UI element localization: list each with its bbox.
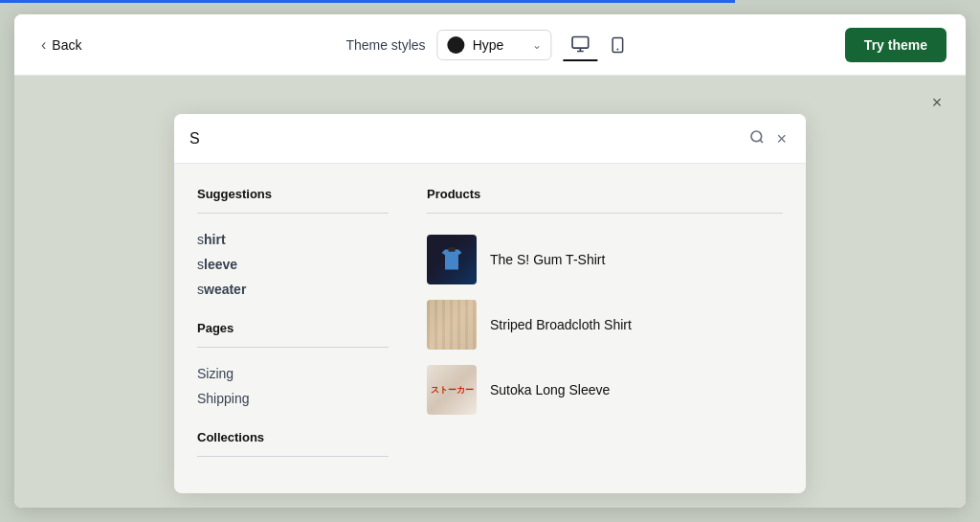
pages-divider bbox=[197, 347, 389, 348]
collections-divider bbox=[197, 456, 389, 457]
content-area: × × Suggestions bbox=[14, 76, 966, 508]
svg-rect-7 bbox=[449, 247, 456, 252]
search-row: × bbox=[174, 114, 806, 164]
back-label: Back bbox=[52, 37, 81, 53]
theme-name: Hype bbox=[473, 37, 504, 53]
desktop-icon bbox=[571, 34, 590, 54]
right-column: Products The S! Gum T-Shirt bbox=[427, 187, 783, 470]
results-area: Suggestions shirt sleeve sweater Pages bbox=[174, 164, 806, 493]
suggestion-sweater-bold: weater bbox=[204, 282, 246, 297]
product-2-stripes bbox=[427, 300, 477, 350]
back-icon: ‹ bbox=[41, 36, 46, 54]
try-theme-button[interactable]: Try theme bbox=[845, 28, 947, 62]
product-item[interactable]: Striped Broadcloth Shirt bbox=[427, 292, 783, 357]
left-column: Suggestions shirt sleeve sweater Pages bbox=[197, 187, 389, 470]
collections-section: Collections bbox=[197, 430, 389, 457]
back-button[interactable]: ‹ Back bbox=[33, 31, 89, 59]
desktop-view-button[interactable] bbox=[564, 29, 598, 61]
page-sizing[interactable]: Sizing bbox=[197, 361, 389, 386]
suggestion-sleeve-bold: leeve bbox=[204, 257, 237, 272]
search-input[interactable] bbox=[189, 130, 746, 148]
products-divider bbox=[427, 213, 783, 214]
suggestions-divider bbox=[197, 213, 389, 214]
pages-title: Pages bbox=[197, 321, 389, 335]
main-window: ‹ Back Theme styles Hype ⌄ bbox=[14, 14, 966, 508]
mobile-icon bbox=[610, 35, 627, 55]
clear-button[interactable]: × bbox=[768, 126, 791, 151]
close-button[interactable]: × bbox=[924, 89, 950, 116]
suggestion-sweater-prefix: s bbox=[197, 282, 204, 297]
product-item[interactable]: The S! Gum T-Shirt bbox=[427, 227, 783, 292]
suggestion-shirt-prefix: s bbox=[197, 232, 204, 247]
theme-dropdown[interactable]: Hype ⌄ bbox=[437, 30, 552, 60]
product-3-name: Sutoka Long Sleeve bbox=[490, 382, 610, 397]
products-title: Products bbox=[427, 187, 783, 201]
product-item[interactable]: ストーカー Sutoka Long Sleeve bbox=[427, 357, 783, 422]
toolbar-center: Theme styles Hype ⌄ bbox=[345, 29, 634, 61]
product-thumb-3: ストーカー bbox=[427, 365, 477, 415]
search-panel: × Suggestions shirt sleeve sweater bbox=[174, 114, 806, 493]
svg-rect-0 bbox=[572, 36, 589, 48]
collections-title: Collections bbox=[197, 430, 389, 444]
svg-line-6 bbox=[761, 140, 764, 143]
progress-bar bbox=[0, 0, 735, 3]
toolbar: ‹ Back Theme styles Hype ⌄ bbox=[14, 14, 966, 76]
product-1-name: The S! Gum T-Shirt bbox=[490, 252, 605, 267]
close-icon: × bbox=[932, 93, 943, 113]
search-button[interactable] bbox=[746, 125, 768, 152]
suggestion-shirt-bold: hirt bbox=[204, 232, 226, 247]
suggestion-sleeve[interactable]: sleeve bbox=[197, 252, 389, 277]
mobile-view-button[interactable] bbox=[602, 30, 635, 60]
theme-dot bbox=[448, 36, 465, 54]
product-thumb-1 bbox=[427, 235, 477, 284]
product-3-graphic: ストーカー bbox=[427, 365, 477, 415]
svg-point-5 bbox=[751, 131, 762, 142]
product-1-graphic bbox=[427, 235, 477, 284]
view-icons bbox=[564, 29, 635, 61]
theme-styles-label: Theme styles bbox=[345, 37, 425, 53]
suggestion-sleeve-prefix: s bbox=[197, 257, 204, 272]
product-thumb-2 bbox=[427, 300, 477, 350]
search-icon bbox=[749, 129, 765, 145]
suggestion-shirt[interactable]: shirt bbox=[197, 227, 389, 252]
product-2-name: Striped Broadcloth Shirt bbox=[490, 317, 632, 332]
pages-section: Pages Sizing Shipping bbox=[197, 321, 389, 411]
suggestions-title: Suggestions bbox=[197, 187, 389, 201]
suggestion-sweater[interactable]: sweater bbox=[197, 277, 389, 302]
page-shipping[interactable]: Shipping bbox=[197, 386, 389, 411]
chevron-down-icon: ⌄ bbox=[532, 38, 542, 52]
